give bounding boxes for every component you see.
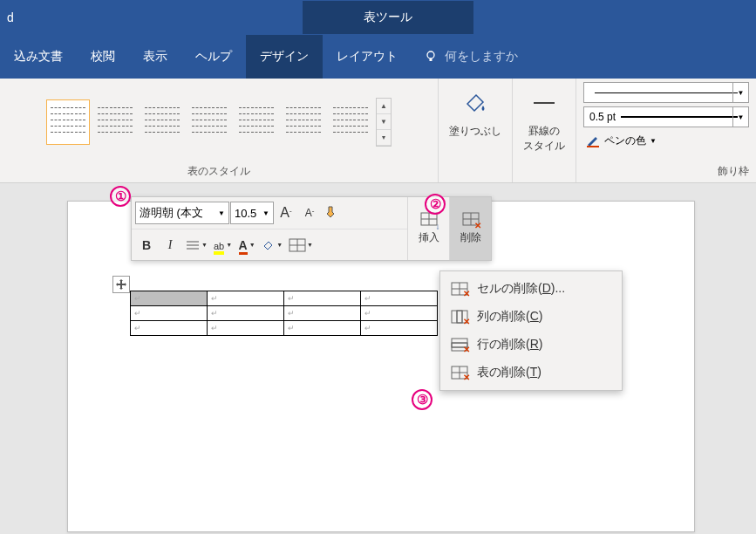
gallery-scroll[interactable]: ▲▼▾ bbox=[376, 98, 392, 147]
table-style-thumb[interactable] bbox=[93, 99, 137, 145]
tab-help[interactable]: ヘルプ bbox=[181, 35, 246, 79]
table-cell[interactable]: ↵ bbox=[208, 306, 284, 321]
highlight-button[interactable]: ab ▼ bbox=[211, 233, 235, 257]
table-style-thumb[interactable] bbox=[235, 99, 278, 145]
delete-rows-item[interactable]: ✕ 行の削除(R) bbox=[440, 331, 622, 359]
delete-columns-item[interactable]: ✕ 列の削除(C) bbox=[440, 303, 622, 331]
move-icon bbox=[115, 278, 127, 291]
table-cell[interactable]: ↵ bbox=[284, 321, 361, 336]
accelerator-key: R bbox=[530, 337, 539, 351]
bold-button[interactable]: B bbox=[135, 233, 158, 257]
grow-font-button[interactable]: Aˆ bbox=[275, 201, 297, 225]
table-cell[interactable]: ↵ bbox=[208, 321, 284, 336]
delete-dropdown: ✕ セルの削除(D)... ✕ 列の削除(C) ✕ 行の削除(R) ✕ 表の削除… bbox=[439, 270, 623, 391]
table-cell[interactable]: ↵ bbox=[361, 306, 438, 321]
gallery-up-icon[interactable]: ▲ bbox=[377, 99, 391, 114]
table-move-handle[interactable] bbox=[112, 276, 130, 293]
brush-icon bbox=[325, 205, 341, 221]
svg-point-0 bbox=[427, 51, 434, 58]
delete-cells-item[interactable]: ✕ セルの削除(D)... bbox=[440, 275, 622, 303]
gallery-more-icon[interactable]: ▾ bbox=[377, 130, 391, 146]
font-color-button[interactable]: A ▼ bbox=[235, 233, 258, 257]
table-row[interactable]: ↵↵↵↵ bbox=[131, 306, 438, 321]
bucket-icon bbox=[262, 238, 276, 252]
caret-up-icon: ˆ bbox=[289, 209, 292, 217]
pen-weight-combo[interactable]: 0.5 pt ▼ bbox=[583, 106, 749, 127]
delete-table-icon: ✕ bbox=[451, 365, 468, 380]
table-cell[interactable]: ↵ bbox=[131, 306, 208, 321]
gallery-down-icon[interactable]: ▼ bbox=[377, 114, 391, 130]
document-table[interactable]: ↵↵↵↵ ↵↵↵↵ ↵↵↵↵ bbox=[130, 291, 438, 336]
bucket-icon bbox=[461, 86, 489, 120]
font-size-combo[interactable]: 10.5 ▼ bbox=[230, 202, 274, 224]
chevron-down-icon: ▼ bbox=[307, 242, 313, 248]
menu-text: ) bbox=[537, 365, 541, 379]
table-style-thumb[interactable] bbox=[187, 99, 231, 145]
tab-view[interactable]: 表示 bbox=[129, 35, 181, 79]
table-styles-gallery[interactable]: ▲▼▾ bbox=[46, 82, 392, 162]
table-cell[interactable]: ↵ bbox=[131, 321, 208, 336]
delete-button[interactable]: ✕ 削除 bbox=[450, 197, 491, 260]
shading-button[interactable]: 塗りつぶし bbox=[444, 82, 507, 142]
table-cell[interactable]: ↵ bbox=[361, 321, 438, 336]
menu-text: 列の削除( bbox=[477, 309, 530, 323]
annotation-1: ① bbox=[110, 186, 131, 207]
svg-rect-3 bbox=[587, 146, 599, 147]
ribbon: ▲▼▾ 表のスタイル 塗りつぶし 罫線の スタイル ▼ 0.5 pt ▼ bbox=[0, 79, 756, 183]
chevron-down-icon: ▼ bbox=[249, 242, 255, 248]
table-row[interactable]: ↵↵↵↵ bbox=[131, 321, 438, 336]
table-cell[interactable]: ↵ bbox=[208, 291, 284, 306]
bulb-icon bbox=[424, 50, 438, 64]
table-style-thumb[interactable] bbox=[46, 99, 90, 145]
table-cell[interactable]: ↵ bbox=[284, 291, 361, 306]
align-button[interactable]: ▼ bbox=[182, 233, 210, 257]
font-name-combo[interactable]: 游明朝 (本文 ▼ bbox=[135, 202, 229, 224]
menu-text: セルの削除( bbox=[477, 281, 542, 295]
delete-cells-icon: ✕ bbox=[451, 281, 468, 297]
caret-down-icon: ˇ bbox=[312, 209, 315, 217]
delete-table-item[interactable]: ✕ 表の削除(T) bbox=[440, 359, 622, 387]
table-cell[interactable]: ↵ bbox=[284, 306, 361, 321]
borders-mini-button[interactable]: ▼ bbox=[286, 233, 316, 257]
font-size-value: 10.5 bbox=[235, 207, 256, 220]
menu-text: 表の削除( bbox=[477, 365, 530, 379]
chevron-down-icon: ▼ bbox=[732, 83, 748, 102]
shading-mini-button[interactable]: ▼ bbox=[259, 233, 285, 257]
chevron-down-icon: ▼ bbox=[732, 107, 748, 127]
tab-review[interactable]: 校閲 bbox=[77, 35, 129, 79]
tell-me-search[interactable]: 何をしますか bbox=[412, 35, 530, 79]
pen-icon bbox=[585, 133, 601, 148]
tab-layout[interactable]: レイアウト bbox=[323, 35, 412, 79]
border-style-icon bbox=[530, 86, 558, 120]
table-style-thumb[interactable] bbox=[329, 99, 372, 145]
group-label-borders: 飾り枠 bbox=[583, 164, 749, 179]
svg-rect-1 bbox=[430, 58, 432, 61]
pen-color-button[interactable]: ペンの色 ▼ bbox=[583, 131, 749, 150]
border-style-button[interactable]: 罫線の スタイル bbox=[518, 82, 570, 157]
shading-label: 塗りつぶし bbox=[449, 124, 501, 139]
pen-weight-preview bbox=[621, 116, 738, 118]
pen-style-preview bbox=[595, 92, 738, 93]
group-shading: 塗りつぶし bbox=[439, 79, 513, 182]
pen-style-combo[interactable]: ▼ bbox=[583, 82, 749, 103]
contextual-tab-label: 表ツール bbox=[303, 1, 473, 34]
table-style-thumb[interactable] bbox=[282, 99, 325, 145]
group-border-style: 罫線の スタイル bbox=[513, 79, 576, 182]
table-cell[interactable]: ↵ bbox=[131, 291, 208, 306]
title-bar: d 表ツール bbox=[0, 0, 756, 35]
tab-design[interactable]: デザイン bbox=[246, 35, 323, 79]
accelerator-key: T bbox=[530, 365, 538, 379]
table-cell[interactable]: ↵ bbox=[361, 291, 438, 306]
chevron-down-icon: ▼ bbox=[201, 242, 208, 248]
italic-button[interactable]: I bbox=[159, 233, 181, 257]
delete-rows-icon: ✕ bbox=[451, 337, 468, 353]
tab-mailings[interactable]: 込み文書 bbox=[0, 35, 77, 79]
chevron-down-icon: ▼ bbox=[650, 137, 657, 145]
table-style-thumb[interactable] bbox=[140, 99, 184, 145]
delete-label: 削除 bbox=[460, 230, 481, 245]
table-row[interactable]: ↵↵↵↵ bbox=[131, 291, 438, 306]
format-painter-button[interactable] bbox=[322, 201, 344, 225]
tell-me-label: 何をしますか bbox=[445, 49, 518, 65]
shrink-font-button[interactable]: Aˇ bbox=[298, 201, 321, 225]
insert-label: 挿入 bbox=[419, 230, 439, 245]
